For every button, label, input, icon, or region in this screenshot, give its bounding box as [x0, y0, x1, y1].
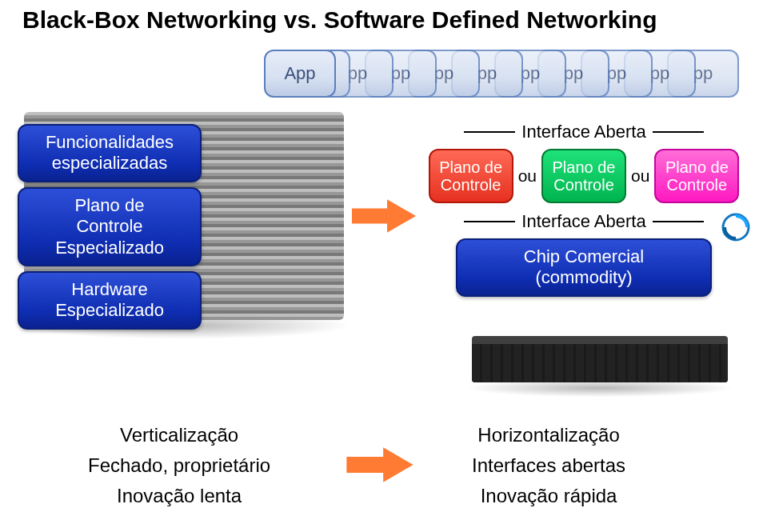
ou-separator: ou — [629, 166, 651, 186]
text-line: Verticalização — [88, 424, 270, 446]
rule — [653, 221, 704, 222]
interface-aberta-top: Interface Aberta — [416, 122, 752, 142]
rule — [464, 221, 515, 222]
label: Interface Aberta — [521, 122, 645, 142]
app-cards-row: pp pp pp pp pp pp pp pp pp pp App — [264, 50, 744, 106]
label: Interface Aberta — [521, 211, 645, 232]
label-line: Plano de — [26, 195, 194, 216]
arrow-bottom-icon — [320, 445, 440, 485]
label-line: especializadas — [26, 153, 194, 174]
arrow-right-icon — [352, 196, 416, 236]
label-line: Plano de — [439, 158, 502, 176]
label-line: Chip Comercial — [464, 246, 704, 267]
text-line: Inovação lenta — [88, 485, 270, 507]
switch-hardware-image — [472, 336, 728, 382]
svg-marker-0 — [352, 199, 416, 233]
swirl-icon — [721, 213, 750, 242]
right-diagram: Interface Aberta Plano de Controle ou Pl… — [416, 118, 752, 302]
ou-separator: ou — [517, 166, 538, 186]
text-line: Inovação rápida — [472, 485, 625, 507]
funcionalidades-block: Funcionalidades especializadas — [18, 124, 202, 182]
label-line: Plano de — [553, 158, 616, 176]
label-line: Controle — [553, 176, 614, 194]
label-line: (commodity) — [464, 267, 704, 288]
label-line: Controle — [26, 216, 194, 237]
svg-marker-2 — [346, 447, 413, 482]
left-stack: Funcionalidades especializadas Plano de … — [18, 124, 202, 334]
control-plane-pink: Plano de Controle — [654, 149, 739, 203]
control-plane-row: Plano de Controle ou Plano de Controle o… — [416, 149, 752, 203]
label-line: Especializado — [26, 238, 194, 258]
plano-especializado-block: Plano de Controle Especializado — [18, 187, 202, 266]
control-plane-green: Plano de Controle — [541, 149, 626, 203]
text-line: Fechado, proprietário — [88, 454, 270, 477]
hardware-especializado-block: Hardware Especializado — [18, 271, 202, 330]
label-line: Controle — [667, 176, 728, 194]
chip-comercial-block: Chip Comercial (commodity) — [456, 238, 712, 297]
interface-aberta-mid: Interface Aberta — [416, 211, 752, 232]
app-card: App — [264, 50, 336, 98]
label-line: Plano de — [665, 158, 729, 176]
label-line: Funcionalidades — [26, 132, 194, 153]
bottom-left-column: Verticalização Fechado, proprietário Ino… — [88, 424, 270, 515]
text-line: Horizontalização — [472, 424, 625, 446]
label-line: Controle — [441, 176, 501, 194]
rule — [653, 131, 704, 133]
control-plane-red: Plano de Controle — [429, 149, 513, 203]
label-line: Especializado — [26, 300, 194, 321]
label-line: Hardware — [26, 279, 194, 300]
rule — [464, 131, 515, 133]
switch-shadow — [469, 379, 731, 397]
page-title: Black-Box Networking vs. Software Define… — [22, 6, 767, 34]
bottom-right-column: Horizontalização Interfaces abertas Inov… — [472, 424, 625, 515]
text-line: Interfaces abertas — [472, 454, 625, 477]
